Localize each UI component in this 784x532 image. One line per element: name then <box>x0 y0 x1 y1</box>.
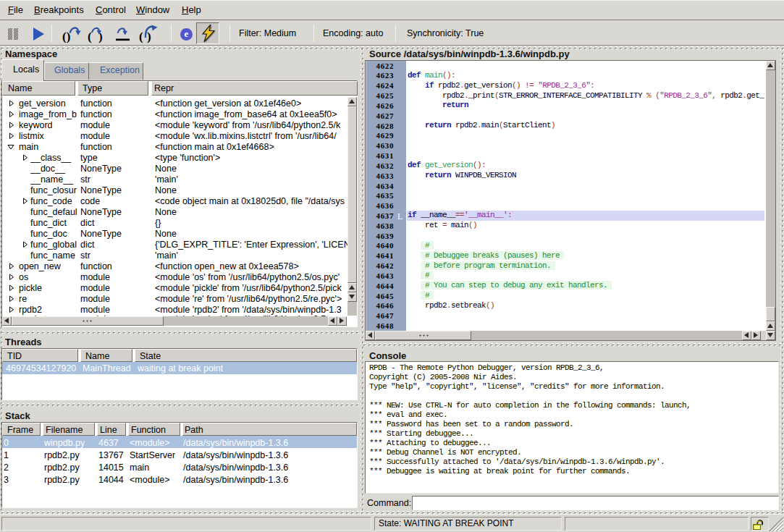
svg-text:(: ( <box>88 30 92 43</box>
svg-text:): ) <box>147 30 151 43</box>
svg-text:(): () <box>62 30 70 43</box>
svg-text:(: ( <box>139 30 143 43</box>
